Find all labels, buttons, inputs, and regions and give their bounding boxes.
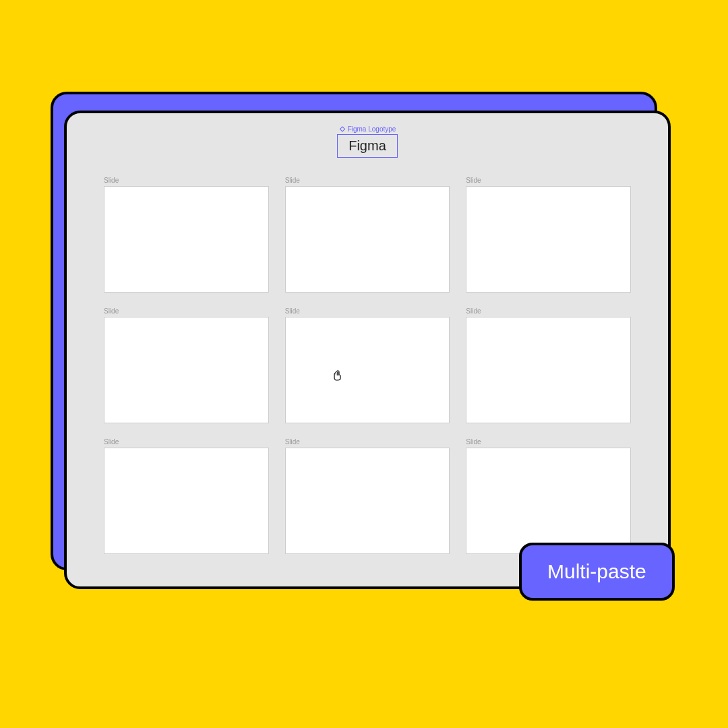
slide-frame[interactable] <box>104 317 269 423</box>
slide-item: Slide <box>285 307 450 423</box>
slide-frame[interactable] <box>466 186 631 293</box>
slide-label[interactable]: Slide <box>285 177 450 184</box>
slide-item: Slide <box>466 307 631 423</box>
slide-frame[interactable] <box>466 448 631 554</box>
slide-frame[interactable] <box>285 448 450 554</box>
slide-item: Slide <box>104 307 269 423</box>
slide-frame[interactable] <box>104 186 269 293</box>
component-label-text: Figma Logotype <box>348 125 396 133</box>
slide-label[interactable]: Slide <box>466 177 631 184</box>
component-name: Figma <box>348 138 386 153</box>
slide-frame[interactable] <box>466 317 631 423</box>
slide-item: Slide <box>466 177 631 293</box>
slide-label[interactable]: Slide <box>104 177 269 184</box>
hand-cursor-icon <box>332 369 344 384</box>
slides-grid: Slide Slide Slide Slide Slide Slide Slid… <box>104 177 631 554</box>
slide-frame[interactable] <box>285 317 450 423</box>
slide-frame[interactable] <box>104 448 269 554</box>
slide-label[interactable]: Slide <box>104 307 269 315</box>
feature-badge: Multi-paste <box>519 543 675 601</box>
slide-item: Slide <box>104 438 269 554</box>
feature-title: Multi-paste <box>547 560 646 583</box>
component-header: Figma Logotype Figma <box>104 125 631 158</box>
slide-frame[interactable] <box>285 186 450 293</box>
slide-label[interactable]: Slide <box>285 438 450 446</box>
slide-label[interactable]: Slide <box>285 307 450 315</box>
svg-rect-0 <box>340 127 344 131</box>
slide-item: Slide <box>104 177 269 293</box>
slide-item: Slide <box>466 438 631 554</box>
component-label[interactable]: Figma Logotype <box>339 125 396 133</box>
slide-label[interactable]: Slide <box>466 438 631 446</box>
canvas-panel[interactable]: Figma Logotype Figma Slide Slide Slide S… <box>64 111 671 589</box>
slide-item: Slide <box>285 177 450 293</box>
slide-label[interactable]: Slide <box>466 307 631 315</box>
slide-item: Slide <box>285 438 450 554</box>
component-icon <box>339 126 346 133</box>
slide-label[interactable]: Slide <box>104 438 269 446</box>
component-instance[interactable]: Figma <box>337 134 398 158</box>
